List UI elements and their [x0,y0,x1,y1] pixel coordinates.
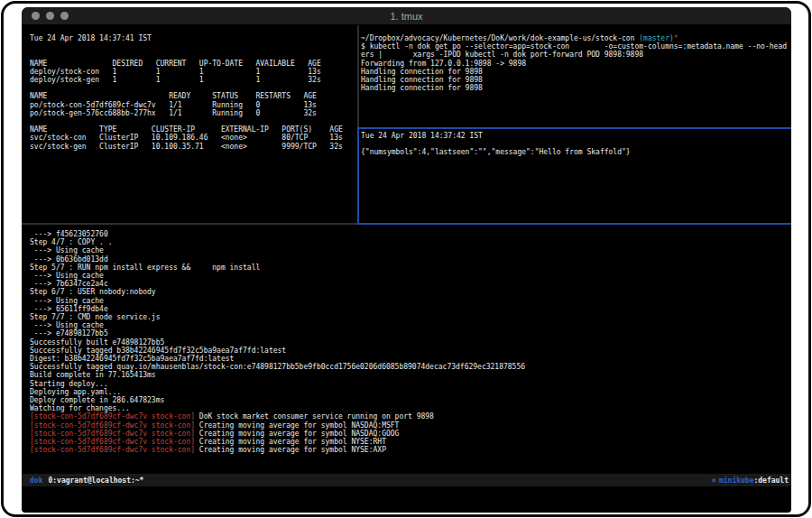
helm-icon: ⎈ [712,476,716,485]
terminal-line: po/stock-con-5d7df689cf-dwc7v 1/1 Runnin… [30,101,358,109]
terminal-line: deploy/stock-con 1 1 1 1 13s [30,68,358,76]
terminal-line: NAME READY STATUS RESTARTS AGE [30,92,358,100]
terminal-line: ---> Using cache [30,272,788,280]
terminal-line: ---> 7b6347ce2a4c [30,280,788,288]
pane-divider-horizontal-right[interactable] [359,127,791,129]
terminal-line: [stock-con-5d7df689cf-dwc7v stock-con] C… [30,421,788,430]
terminal-line: svc/stock-con ClusterIP 10.109.186.46 <n… [30,134,358,142]
terminal-line: Handling connection for 9898 [361,68,791,76]
window-titlebar[interactable]: 1. tmux [22,7,791,25]
terminal-line [30,84,358,92]
terminal-line: Digest: b38b42246945fd7f32c5ba9aea7af7fd… [30,355,788,363]
terminal-line: Successfully tagged quay.io/mhausenblas/… [30,363,788,371]
terminal-line: ~/Dropbox/advocacy/Kubernetes/DoK/work/d… [361,34,791,42]
terminal-line: NAME TYPE CLUSTER-IP EXTERNAL-IP PORT(S)… [30,125,358,134]
tmux-status-right: ⎈ minikube :default [712,476,789,485]
kube-namespace: :default [753,476,789,485]
terminal-line: Tue 24 Apr 2018 14:37:41 IST [30,34,358,42]
pane-divider-horizontal-left[interactable] [22,223,357,225]
terminal-line: NAME DESIRED CURRENT UP-TO-DATE AVAILABL… [30,60,358,68]
page-background: 1. tmux Tue 24 Apr 2018 14:37:41 IST NAM… [0,0,812,518]
terminal-line: Handling connection for 9898 [361,84,791,92]
terminal-line: Build complete in 77.165413ms [30,371,788,379]
window-title: 1. tmux [22,7,791,25]
terminal-line: Successfully tagged b38b42246945fd7f32c5… [30,347,788,355]
pane-skaffold-log[interactable]: ---> f45623052760Step 4/7 : COPY . . ---… [30,230,788,470]
terminal-line [361,140,791,148]
terminal-line: Step 5/7 : RUN npm install express && np… [30,264,788,272]
terminal-line: po/stock-gen-576cc688bb-277hx 1/1 Runnin… [30,109,358,117]
terminal-line: ---> Using cache [30,246,788,254]
terminal-line: ers | xargs -IPOD kubectl -n dok port-fo… [361,51,791,59]
terminal-line: Handling connection for 9898 [361,76,791,84]
terminal-line: ---> e74898127bb5 [30,329,788,338]
terminal-line: svc/stock-gen ClusterIP 10.100.35.71 <no… [30,143,358,151]
pane-port-forward[interactable]: ~/Dropbox/advocacy/Kubernetes/DoK/work/d… [361,34,791,125]
terminal-line: ---> 65611ff9db4e [30,305,788,313]
terminal-line: [stock-con-5d7df689cf-dwc7v stock-con] C… [30,446,788,454]
terminal-line: [stock-con-5d7df689cf-dwc7v stock-con] C… [30,430,788,438]
tmux-window-name[interactable]: 0:vagrant@localhost:~* [48,476,143,485]
pane-service-output[interactable]: Tue 24 Apr 2018 14:37:42 IST {"numsymbol… [361,132,791,220]
terminal-line: $ kubectl -n dok get po --selector=app=s… [361,42,791,51]
pane-divider-vertical-top[interactable] [357,25,359,127]
terminal-line [30,117,358,125]
terminal-line: ---> Using cache [30,321,788,329]
terminal-line: Starting deploy... [30,380,788,388]
terminal-line: deploy/stock-gen 1 1 1 1 32s [30,76,358,84]
terminal-line [30,51,358,59]
terminal-line: ---> Using cache [30,297,788,305]
kube-context-name: minikube [719,476,754,485]
terminal-line: Deploying app.yaml... [30,388,788,396]
terminal-window: 1. tmux Tue 24 Apr 2018 14:37:41 IST NAM… [22,7,791,513]
pane-divider-vertical-active[interactable] [357,127,359,225]
tmux-status-bar: dok 0:vagrant@localhost:~* ⎈ minikube :d… [22,474,791,486]
terminal-line: Deploy complete in 286.647823ms [30,396,788,404]
terminal-line: {"numsymbols":4,"lastseen":"","message":… [361,148,791,156]
terminal-line [30,42,358,51]
terminal-line: Step 7/7 : CMD node service.js [30,313,788,321]
pane-divider-horizontal-active[interactable] [357,223,791,225]
tmux-content: Tue 24 Apr 2018 14:37:41 IST NAME DESIRE… [22,25,791,513]
terminal-line: [stock-con-5d7df689cf-dwc7v stock-con] C… [30,438,788,446]
terminal-line: Step 6/7 : USER nobody:nobody [30,288,788,296]
terminal-line: [stock-con-5d7df689cf-dwc7v stock-con] D… [30,412,788,421]
terminal-line: Successfully built e74898127bb5 [30,338,788,347]
pane-kubectl-watch[interactable]: Tue 24 Apr 2018 14:37:41 IST NAME DESIRE… [30,34,358,217]
terminal-line: ---> 0b636bd013dd [30,255,788,264]
terminal-line: Forwarding from 127.0.0.1:9898 -> 9898 [361,60,791,68]
terminal-line: Watching for changes... [30,404,788,412]
terminal-line: Tue 24 Apr 2018 14:37:42 IST [361,132,791,140]
terminal-line: Step 4/7 : COPY . . [30,238,788,246]
tmux-session-name[interactable]: dok [30,476,42,485]
terminal-line: ---> f45623052760 [30,230,788,238]
